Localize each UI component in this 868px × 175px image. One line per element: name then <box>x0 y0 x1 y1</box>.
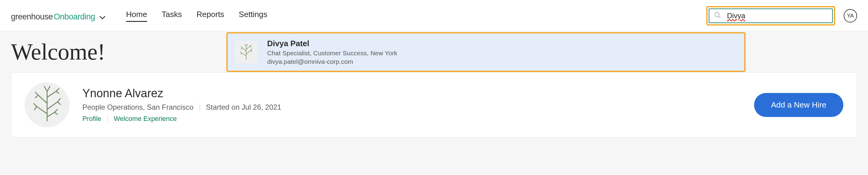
welcome-experience-link[interactable]: Welcome Experience <box>114 115 177 123</box>
search-highlight: Divya <box>706 6 835 26</box>
plant-icon <box>25 82 70 127</box>
result-email: divya.patel@omniva-corp.com <box>267 58 397 65</box>
nav-tasks[interactable]: Tasks <box>162 10 182 22</box>
search-result-item[interactable]: Divya Patel Chat Specialist, Customer Su… <box>226 32 746 72</box>
nav-settings[interactable]: Settings <box>239 10 268 22</box>
user-dept: People Operations, San Francisco <box>82 103 194 111</box>
avatar-initials: YA <box>847 13 854 19</box>
chevron-down-icon[interactable] <box>99 12 105 22</box>
search-icon <box>714 12 721 20</box>
svg-line-1 <box>719 16 721 18</box>
user-started: Started on Jul 26, 2021 <box>206 103 281 111</box>
plant-icon <box>235 41 257 64</box>
logo-second: Onboarding <box>54 12 95 22</box>
main-nav: Home Tasks Reports Settings <box>126 10 268 22</box>
profile-link[interactable]: Profile <box>82 115 101 123</box>
result-avatar <box>235 41 257 64</box>
current-user-card: Ynonne Alvarez People Operations, San Fr… <box>11 72 857 137</box>
search-input[interactable]: Divya <box>727 11 745 20</box>
add-new-hire-button[interactable]: Add a New Hire <box>754 93 843 117</box>
result-name: Divya Patel <box>267 39 397 48</box>
result-role: Chat Specialist, Customer Success, New Y… <box>267 49 397 57</box>
nav-reports[interactable]: Reports <box>197 10 224 22</box>
logo-first: greenhouse <box>11 12 53 22</box>
divider <box>107 114 107 123</box>
user-name: Ynonne Alvarez <box>82 87 281 100</box>
app-logo[interactable]: greenhouse Onboarding <box>11 10 105 22</box>
user-avatar-badge[interactable]: YA <box>844 9 857 23</box>
user-avatar <box>25 82 70 127</box>
search-box[interactable]: Divya <box>709 8 833 23</box>
nav-home[interactable]: Home <box>126 10 147 22</box>
